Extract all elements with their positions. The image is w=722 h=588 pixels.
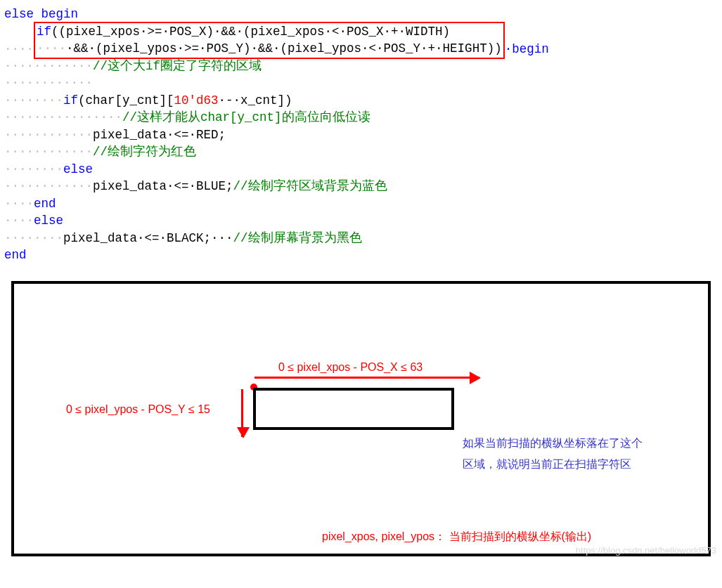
region-note: 如果当前扫描的横纵坐标落在了这个区域，就说明当前正在扫描字符区 xyxy=(463,433,645,476)
indent: ···· xyxy=(4,41,34,55)
kw-else-begin: else begin xyxy=(4,7,78,21)
indent: ············ xyxy=(4,128,93,142)
indent: ········ xyxy=(4,231,63,245)
y-range-label: 0 ≤ pixel_ypos - POS_Y ≤ 15 xyxy=(66,402,210,417)
arrow-down-icon xyxy=(241,389,243,437)
indent: ············ xyxy=(4,145,93,159)
indent: ············ xyxy=(4,76,93,90)
watermark-text: https://blog.csdn.net/helloworld573 xyxy=(576,544,716,557)
kw-else: else xyxy=(34,214,63,228)
code-text: ·-·x_cnt]) xyxy=(219,93,292,107)
kw-if: if xyxy=(37,25,51,39)
code-block: else begin ····if((pixel_xpos·>=·POS_X)·… xyxy=(4,6,718,264)
kw-begin: ·begin xyxy=(505,41,549,55)
cond-line1: ((pixel_xpos·>=·POS_X)·&&·(pixel_xpos·<·… xyxy=(51,25,450,39)
comment: //这样才能从char[y_cnt]的高位向低位读 xyxy=(122,110,370,124)
code-text: pixel_data·<=·BLUE; xyxy=(93,179,233,193)
indent: ···· xyxy=(37,41,66,55)
kw-end: end xyxy=(4,248,27,262)
x-range-label: 0 ≤ pixel_xpos - POS_X ≤ 63 xyxy=(278,360,423,375)
kw-else: else xyxy=(63,162,93,176)
comment: //绘制字符区域背景为蓝色 xyxy=(233,179,387,193)
arrow-right-icon xyxy=(254,377,479,379)
comment: //这个大if圈定了字符的区域 xyxy=(93,59,262,73)
indent: ············ xyxy=(4,59,93,73)
indent: ········ xyxy=(4,162,63,176)
cond-line2: ·&&·(pixel_ypos·>=·POS_Y)·&&·(pixel_ypos… xyxy=(66,41,502,55)
comment: //绘制字符为红色 xyxy=(93,145,196,159)
number-literal: 10'd63 xyxy=(174,93,219,107)
code-text: pixel_data·<=·BLACK;··· xyxy=(63,231,233,245)
indent: ················ xyxy=(4,110,122,124)
kw-end: end xyxy=(34,197,56,211)
kw-if: if xyxy=(63,93,78,107)
code-text: pixel_data·<=·RED; xyxy=(93,128,226,142)
code-text: (char[y_cnt][ xyxy=(78,93,174,107)
indent: ············ xyxy=(4,179,93,193)
indent: ········ xyxy=(4,93,63,107)
char-region-rect xyxy=(253,388,454,430)
pixel-pos-label: pixel_xpos, pixel_ypos： 当前扫描到的横纵坐标(输出) xyxy=(322,529,591,544)
indent: ···· xyxy=(4,214,34,228)
highlighted-condition: if((pixel_xpos·>=·POS_X)·&&·(pixel_xpos·… xyxy=(34,22,505,59)
indent: ···· xyxy=(4,197,34,211)
diagram-outer-box: 0 ≤ pixel_xpos - POS_X ≤ 63 0 ≤ pixel_yp… xyxy=(11,281,711,556)
comment: //绘制屏幕背景为黑色 xyxy=(233,231,362,245)
